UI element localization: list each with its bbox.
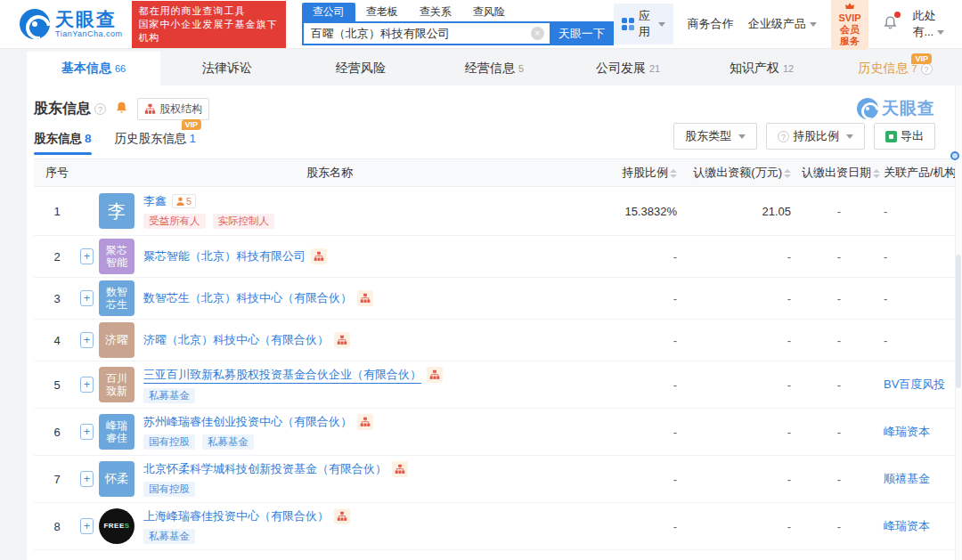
search-input[interactable] xyxy=(302,21,550,45)
subscribed-date: - xyxy=(791,378,880,392)
equity-structure-icon[interactable] xyxy=(334,332,350,348)
row-number: 3 xyxy=(34,292,80,305)
apps-menu-button[interactable]: 应用 xyxy=(614,4,673,45)
subscribed-amount: - xyxy=(677,426,791,439)
monitor-bell-button[interactable] xyxy=(115,101,128,118)
chevron-down-icon xyxy=(658,22,665,27)
sort-icon[interactable] xyxy=(784,169,791,178)
sort-icon[interactable] xyxy=(873,169,880,178)
equity-structure-icon[interactable] xyxy=(357,414,373,430)
equity-structure-icon[interactable] xyxy=(427,367,443,383)
subtab-count: 1 xyxy=(190,132,197,145)
nav-tab-经营信息[interactable]: 经营信息5 xyxy=(428,52,561,85)
table-row: 8+FREES上海峰瑞睿佳投资中心（有限合伙）私募基金---峰瑞资本 xyxy=(34,503,962,550)
avatar-text: 芯生 xyxy=(106,298,127,311)
expand-button[interactable]: + xyxy=(80,248,94,264)
expand-button[interactable]: + xyxy=(80,290,94,306)
column-header-认缴出资日期: 认缴出资日期 xyxy=(791,165,880,181)
nav-tab-经营风险[interactable]: 经营风险 xyxy=(294,52,428,85)
shareholder-name-link[interactable]: 北京怀柔科学城科技创新投资基金（有限合伙） xyxy=(143,461,387,477)
shareholder-name-link[interactable]: 数智芯生（北京）科技中心（有限合伙） xyxy=(143,290,352,306)
org-chart-icon xyxy=(360,417,371,427)
related-companies-badge[interactable]: 5 xyxy=(172,194,196,208)
shareholder-name-cell: +峰瑞睿佳苏州峰瑞睿佳创业投资中心（有限合伙）国有控股私募基金 xyxy=(80,414,588,450)
menu-biz-cooperation[interactable]: 商务合作 xyxy=(688,16,734,32)
related-org: 顺禧基金 xyxy=(880,471,962,487)
expand-button[interactable]: + xyxy=(80,377,94,393)
search-tab-查老板[interactable]: 查老板 xyxy=(355,3,409,21)
shareholder-type-filter[interactable]: 股东类型 xyxy=(673,123,757,150)
equity-structure-icon[interactable] xyxy=(392,461,408,477)
equity-structure-icon[interactable] xyxy=(311,248,327,264)
page-anchor-dot[interactable] xyxy=(950,151,959,160)
person-icon xyxy=(176,197,184,206)
bell-icon xyxy=(115,101,128,115)
related-org-value: - xyxy=(884,205,887,218)
shareholder-name-cell: +李李鑫5受益所有人实际控制人 xyxy=(80,193,588,229)
chevron-down-icon xyxy=(810,22,817,27)
avatar-text: 睿佳 xyxy=(106,432,127,444)
shareholder-name-link[interactable]: 济曜（北京）科技中心（有限合伙） xyxy=(143,332,329,348)
search-tab-查关系[interactable]: 查关系 xyxy=(409,3,462,21)
subtab-历史股东信息[interactable]: 历史股东信息1VIP xyxy=(115,131,197,155)
related-org: - xyxy=(880,334,962,347)
avatar-text: 数智 xyxy=(106,286,127,298)
export-button[interactable]: 导出 xyxy=(874,123,935,150)
nav-tab-label: 经营信息 xyxy=(465,61,515,77)
expand-button[interactable]: + xyxy=(80,518,94,534)
section-title: 股东信息 xyxy=(34,100,91,118)
related-org-value[interactable]: 峰瑞资本 xyxy=(884,519,930,532)
table-row: 4+济曜济曜（北京）科技中心（有限合伙）---- xyxy=(34,320,962,361)
svip-label-bottom: 会员服务 xyxy=(838,24,862,47)
name-block: 济曜（北京）科技中心（有限合伙） xyxy=(143,332,350,348)
equity-structure-icon[interactable] xyxy=(357,290,373,306)
subscribed-date: - xyxy=(791,473,880,486)
nav-tab-公司发展[interactable]: 公司发展21 xyxy=(561,52,695,85)
nav-tab-历史信息[interactable]: 历史信息7VIP? xyxy=(828,52,962,85)
table-row: 6+峰瑞睿佳苏州峰瑞睿佳创业投资中心（有限合伙）国有控股私募基金---峰瑞资本 xyxy=(34,409,962,456)
help-icon[interactable]: ? xyxy=(94,103,106,115)
menu-enterprise-products[interactable]: 企业级产品 xyxy=(748,16,817,32)
related-org-value: - xyxy=(884,250,887,264)
related-org-value[interactable]: 顺禧基金 xyxy=(884,472,930,485)
svip-membership-button[interactable]: SVIP 会员服务 xyxy=(831,0,869,50)
search-tab-查风险[interactable]: 查风险 xyxy=(462,3,516,21)
expand-button[interactable]: + xyxy=(80,471,94,487)
subtab-股东信息[interactable]: 股东信息8 xyxy=(34,131,92,155)
tianyancha-logo[interactable]: 天眼查 TianYanCha.com xyxy=(20,9,123,39)
expand-button[interactable]: + xyxy=(80,332,94,348)
tag-line: 私募基金 xyxy=(143,388,443,403)
shareholder-name-link[interactable]: 李鑫 xyxy=(143,193,167,209)
equity-structure-icon[interactable] xyxy=(334,508,350,524)
search-button[interactable]: 天眼一下 xyxy=(550,21,614,45)
holding-ratio: - xyxy=(588,520,677,533)
nav-tab-法律诉讼[interactable]: 法律诉讼 xyxy=(160,52,294,85)
related-org-value[interactable]: 峰瑞资本 xyxy=(884,425,930,438)
shareholder-name-link[interactable]: 聚芯智能（北京）科技有限公司 xyxy=(143,248,306,264)
user-account-menu[interactable]: 此处有... xyxy=(912,8,946,40)
scrollbar-thumb[interactable] xyxy=(956,255,961,388)
equity-structure-button[interactable]: 股权结构 xyxy=(137,98,209,120)
shareholder-name-link[interactable]: 三亚百川致新私募股权投资基金合伙企业（有限合伙） xyxy=(143,367,421,384)
clear-search-icon[interactable]: × xyxy=(531,27,544,40)
shareholder-avatar: 济曜 xyxy=(99,322,135,358)
tag-私募基金: 私募基金 xyxy=(202,434,254,450)
name-line: 北京怀柔科学城科技创新投资基金（有限合伙） xyxy=(143,461,408,477)
search-tab-查公司[interactable]: 查公司 xyxy=(302,3,355,21)
nav-tab-知识产权[interactable]: 知识产权12 xyxy=(695,52,828,85)
sort-icon[interactable] xyxy=(670,169,677,178)
related-org-value[interactable]: BV百度风投 xyxy=(884,377,945,391)
shareholder-name-link[interactable]: 上海峰瑞睿佳投资中心（有限合伙） xyxy=(143,508,329,524)
holding-ratio-filter[interactable]: ? 持股比例 xyxy=(766,123,865,150)
shareholder-name-link[interactable]: 苏州峰瑞睿佳创业投资中心（有限合伙） xyxy=(143,414,352,430)
help-icon[interactable]: ? xyxy=(921,63,933,75)
tag-国有控股: 国有控股 xyxy=(143,434,195,450)
row-number: 7 xyxy=(34,473,80,486)
notification-bell-button[interactable] xyxy=(883,15,898,33)
expand-button[interactable]: + xyxy=(80,424,94,440)
subscribed-amount: - xyxy=(677,334,791,347)
subscribed-date: - xyxy=(791,334,880,347)
tag-受益所有人: 受益所有人 xyxy=(143,214,206,229)
nav-tab-label: 历史信息 xyxy=(858,61,908,77)
nav-tab-基本信息[interactable]: 基本信息66 xyxy=(27,52,160,85)
